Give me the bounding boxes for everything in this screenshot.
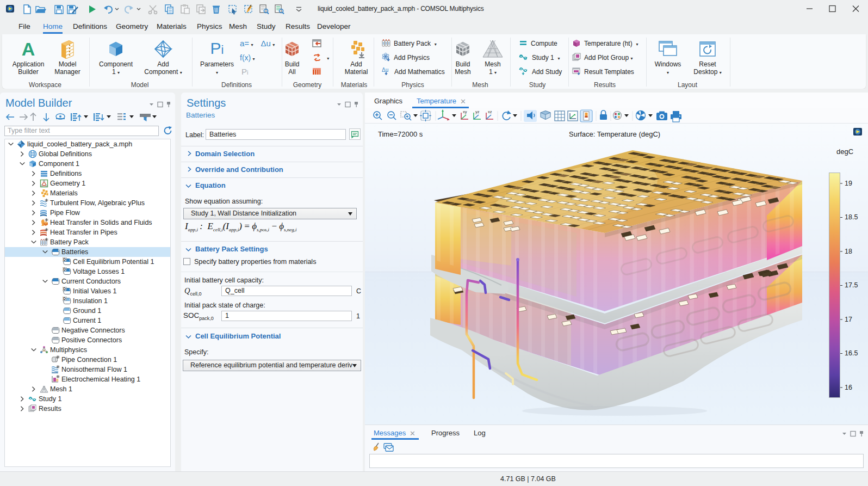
- svg-text:xy: xy: [463, 109, 467, 114]
- svg-text:Δu: Δu: [382, 67, 388, 73]
- svg-text:xz: xz: [488, 109, 492, 114]
- svg-text:yz: yz: [475, 109, 480, 114]
